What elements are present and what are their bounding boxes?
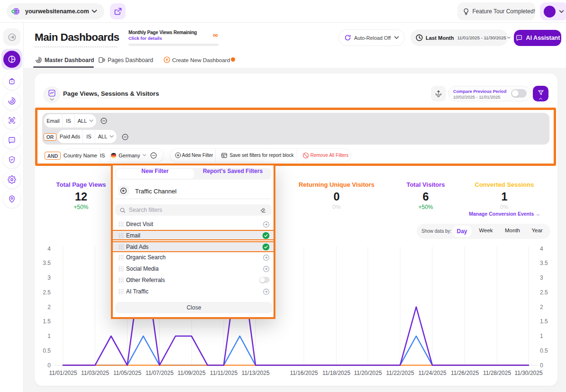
svg-text:11/13/2025: 11/13/2025	[241, 370, 269, 376]
svg-text:3.5: 3.5	[43, 260, 51, 266]
svg-text:1.5: 1.5	[540, 318, 548, 325]
svg-text:11/26/2025: 11/26/2025	[451, 370, 479, 376]
svg-text:2: 2	[540, 304, 543, 310]
svg-text:3: 3	[47, 274, 51, 281]
svg-text:3: 3	[540, 274, 543, 281]
svg-text:0: 0	[47, 362, 51, 369]
svg-text:2: 2	[47, 304, 51, 310]
svg-text:11/03/2025: 11/03/2025	[81, 370, 109, 376]
svg-text:4: 4	[540, 246, 543, 252]
svg-text:11/18/2025: 11/18/2025	[322, 370, 350, 376]
svg-text:11/11/2025: 11/11/2025	[210, 370, 238, 376]
svg-text:11/07/2025: 11/07/2025	[146, 370, 173, 376]
svg-text:2.5: 2.5	[540, 289, 548, 296]
svg-text:1: 1	[47, 333, 51, 339]
svg-text:11/30/2025: 11/30/2025	[514, 370, 542, 376]
svg-text:11/09/2025: 11/09/2025	[177, 370, 205, 376]
svg-text:1.5: 1.5	[43, 318, 51, 325]
svg-text:11/24/2025: 11/24/2025	[418, 370, 446, 376]
svg-text:11/22/2025: 11/22/2025	[386, 370, 414, 376]
svg-text:11/20/2025: 11/20/2025	[354, 370, 382, 376]
svg-text:3.5: 3.5	[540, 260, 548, 266]
svg-text:0: 0	[540, 362, 543, 369]
svg-text:11/05/2025: 11/05/2025	[113, 370, 141, 376]
svg-text:11/16/2025: 11/16/2025	[290, 370, 318, 376]
svg-text:11/28/2025: 11/28/2025	[483, 370, 511, 376]
svg-text:2.5: 2.5	[43, 289, 51, 296]
svg-text:0.5: 0.5	[540, 347, 548, 354]
svg-text:11/01/2025: 11/01/2025	[49, 370, 77, 376]
svg-text:4: 4	[47, 246, 51, 252]
svg-text:0.5: 0.5	[43, 347, 51, 354]
svg-text:1: 1	[540, 333, 543, 339]
